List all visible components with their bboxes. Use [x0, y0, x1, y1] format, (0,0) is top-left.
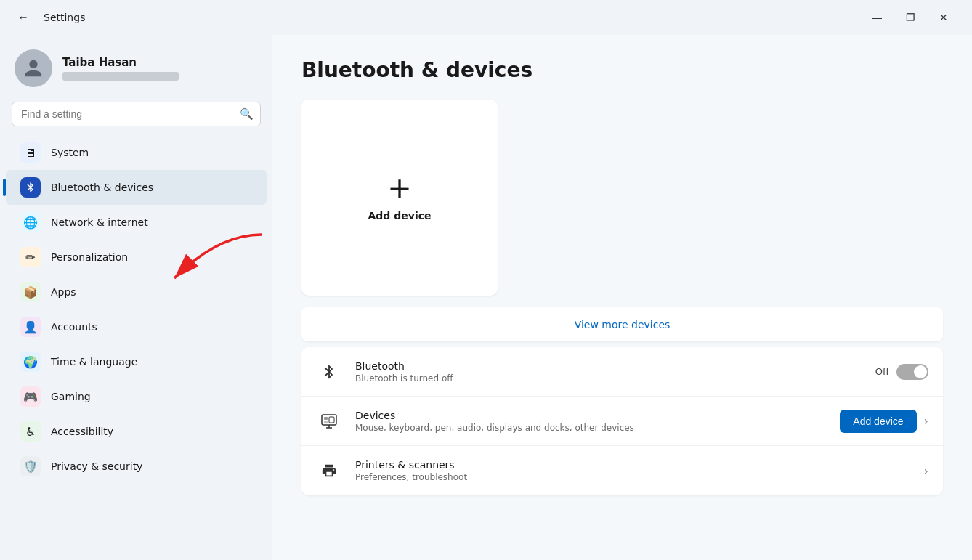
- sidebar-item-apps[interactable]: 📦 Apps: [6, 275, 267, 309]
- page-title: Bluetooth & devices: [301, 58, 943, 82]
- sidebar-item-accessibility[interactable]: ♿ Accessibility: [6, 414, 267, 449]
- close-button[interactable]: ✕: [927, 6, 960, 29]
- main-content: Bluetooth & devices + Add device View mo…: [272, 35, 972, 560]
- sidebar-item-accounts[interactable]: 👤 Accounts: [6, 309, 267, 344]
- settings-section: Bluetooth Bluetooth is turned off Off De…: [301, 347, 943, 495]
- app-title: Settings: [44, 12, 85, 23]
- title-bar: ← Settings — ❐ ✕: [0, 0, 972, 35]
- sidebar-item-system[interactable]: 🖥 System: [6, 135, 267, 170]
- sidebar: Taiba Hasan 🔍 🖥 System Bl: [0, 35, 272, 495]
- sidebar-label-gaming: Gaming: [51, 391, 91, 402]
- devices-row[interactable]: Devices Mouse, keyboard, pen, audio, dis…: [301, 397, 943, 446]
- devices-row-right: Add device ›: [840, 410, 928, 433]
- bluetooth-row-right: Off: [875, 364, 928, 380]
- sidebar-label-time: Time & language: [51, 356, 137, 368]
- sidebar-item-gaming[interactable]: 🎮 Gaming: [6, 379, 267, 414]
- add-plus-icon: +: [387, 174, 412, 203]
- sidebar-wrapper: Taiba Hasan 🔍 🖥 System Bl: [0, 35, 272, 560]
- sidebar-label-network: Network & internet: [51, 216, 148, 228]
- printers-row-icon: [316, 458, 342, 484]
- svg-rect-4: [329, 417, 334, 423]
- svg-rect-2: [324, 417, 328, 420]
- sidebar-nav: 🖥 System Bluetooth & devices 🌐 Network &…: [0, 135, 272, 484]
- devices-chevron-icon: ›: [924, 414, 928, 428]
- bluetooth-row-text: Bluetooth Bluetooth is turned off: [355, 360, 862, 384]
- bluetooth-icon: [20, 177, 41, 198]
- user-name: Taiba Hasan: [62, 56, 179, 69]
- bluetooth-row-icon: [316, 359, 342, 385]
- sidebar-label-accounts: Accounts: [51, 321, 97, 333]
- bluetooth-row-subtitle: Bluetooth is turned off: [355, 373, 862, 384]
- back-button[interactable]: ←: [12, 6, 35, 29]
- sidebar-label-system: System: [51, 147, 89, 158]
- app-body: Taiba Hasan 🔍 🖥 System Bl: [0, 35, 972, 560]
- sidebar-item-time[interactable]: 🌍 Time & language: [6, 344, 267, 379]
- view-more-row[interactable]: View more devices: [301, 307, 943, 341]
- add-device-button[interactable]: Add device: [840, 410, 916, 433]
- sidebar-label-privacy: Privacy & security: [51, 460, 142, 472]
- sidebar-item-bluetooth[interactable]: Bluetooth & devices: [6, 170, 267, 205]
- sidebar-label-accessibility: Accessibility: [51, 426, 113, 437]
- printers-row-right: ›: [924, 464, 928, 478]
- network-icon: 🌐: [20, 212, 41, 232]
- sidebar-label-apps: Apps: [51, 286, 76, 298]
- view-more-link[interactable]: View more devices: [575, 319, 671, 330]
- add-device-card[interactable]: + Add device: [301, 100, 498, 296]
- sidebar-item-privacy[interactable]: 🛡️ Privacy & security: [6, 449, 267, 484]
- user-email-blur: [62, 72, 179, 81]
- devices-row-subtitle: Mouse, keyboard, pen, audio, displays an…: [355, 423, 827, 433]
- printers-chevron-icon: ›: [924, 464, 928, 478]
- printers-row[interactable]: Printers & scanners Preferences, trouble…: [301, 446, 943, 495]
- avatar: [15, 49, 52, 87]
- sidebar-item-network[interactable]: 🌐 Network & internet: [6, 205, 267, 240]
- devices-row-title: Devices: [355, 410, 827, 421]
- printers-row-title: Printers & scanners: [355, 459, 911, 471]
- apps-icon: 📦: [20, 282, 41, 302]
- sidebar-item-personalization[interactable]: ✏️ Personalization: [6, 240, 267, 275]
- search-box: 🔍: [12, 102, 261, 126]
- svg-rect-3: [324, 421, 328, 423]
- minimize-button[interactable]: —: [860, 6, 894, 29]
- add-device-card-label: Add device: [368, 210, 432, 222]
- toggle-label: Off: [875, 366, 889, 377]
- bluetooth-toggle[interactable]: [896, 364, 928, 380]
- bluetooth-row-title: Bluetooth: [355, 360, 862, 372]
- sidebar-label-personalization: Personalization: [51, 251, 128, 263]
- system-icon: 🖥: [20, 142, 41, 163]
- maximize-button[interactable]: ❐: [894, 6, 927, 29]
- privacy-icon: 🛡️: [20, 456, 41, 476]
- accounts-icon: 👤: [20, 317, 41, 337]
- sidebar-label-bluetooth: Bluetooth & devices: [51, 182, 153, 193]
- printers-row-subtitle: Preferences, troubleshoot: [355, 472, 911, 482]
- devices-row-icon: [316, 408, 342, 434]
- bluetooth-row[interactable]: Bluetooth Bluetooth is turned off Off: [301, 347, 943, 397]
- window-controls: — ❐ ✕: [860, 6, 960, 29]
- personalization-icon: ✏️: [20, 247, 41, 267]
- devices-row-text: Devices Mouse, keyboard, pen, audio, dis…: [355, 410, 827, 433]
- gaming-icon: 🎮: [20, 386, 41, 407]
- printers-row-text: Printers & scanners Preferences, trouble…: [355, 459, 911, 482]
- search-icon: 🔍: [240, 107, 254, 121]
- user-section: Taiba Hasan: [0, 35, 272, 99]
- time-icon: 🌍: [20, 352, 41, 372]
- accessibility-icon: ♿: [20, 421, 41, 442]
- user-info: Taiba Hasan: [62, 56, 179, 81]
- search-input[interactable]: [12, 102, 261, 126]
